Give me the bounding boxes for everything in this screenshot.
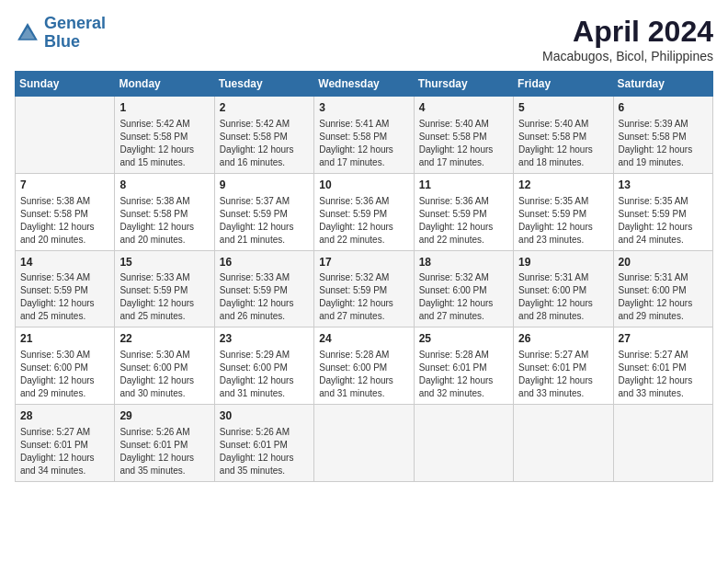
header-wednesday: Wednesday — [314, 72, 414, 97]
day-info: Sunrise: 5:40 AM Sunset: 5:58 PM Dayligh… — [518, 118, 608, 169]
logo-line1: General — [44, 14, 106, 32]
calendar-row-2: 7Sunrise: 5:38 AM Sunset: 5:58 PM Daylig… — [16, 173, 713, 250]
header-row: Sunday Monday Tuesday Wednesday Thursday… — [16, 72, 713, 97]
day-info: Sunrise: 5:27 AM Sunset: 6:01 PM Dayligh… — [619, 349, 708, 400]
calendar-cell: 20Sunrise: 5:31 AM Sunset: 6:00 PM Dayli… — [613, 250, 712, 327]
day-number: 5 — [518, 100, 608, 116]
day-info: Sunrise: 5:34 AM Sunset: 5:59 PM Dayligh… — [20, 271, 109, 323]
day-number: 1 — [119, 100, 209, 116]
calendar-cell — [613, 405, 712, 482]
header-tuesday: Tuesday — [214, 72, 313, 97]
day-info: Sunrise: 5:28 AM Sunset: 6:01 PM Dayligh… — [419, 349, 508, 400]
day-info: Sunrise: 5:33 AM Sunset: 5:59 PM Dayligh… — [119, 271, 209, 323]
day-number: 23 — [220, 331, 309, 347]
day-info: Sunrise: 5:40 AM Sunset: 5:58 PM Dayligh… — [419, 118, 508, 169]
day-number: 3 — [319, 100, 408, 116]
calendar-row-3: 14Sunrise: 5:34 AM Sunset: 5:59 PM Dayli… — [16, 250, 713, 327]
calendar-cell: 29Sunrise: 5:26 AM Sunset: 6:01 PM Dayli… — [115, 405, 214, 482]
calendar-cell: 18Sunrise: 5:32 AM Sunset: 6:00 PM Dayli… — [414, 250, 513, 327]
day-info: Sunrise: 5:33 AM Sunset: 5:59 PM Dayligh… — [220, 271, 309, 323]
day-info: Sunrise: 5:31 AM Sunset: 6:00 PM Dayligh… — [518, 271, 608, 323]
day-number: 26 — [518, 331, 608, 347]
logo-icon — [15, 20, 40, 46]
calendar-cell: 2Sunrise: 5:42 AM Sunset: 5:58 PM Daylig… — [214, 97, 313, 174]
day-number: 21 — [20, 331, 109, 347]
calendar-cell — [514, 405, 613, 482]
header-thursday: Thursday — [414, 72, 513, 97]
calendar-cell: 4Sunrise: 5:40 AM Sunset: 5:58 PM Daylig… — [414, 97, 513, 174]
calendar-cell: 28Sunrise: 5:27 AM Sunset: 6:01 PM Dayli… — [16, 405, 115, 482]
day-number: 9 — [220, 178, 309, 193]
calendar-cell: 24Sunrise: 5:28 AM Sunset: 6:00 PM Dayli… — [314, 327, 414, 405]
calendar-cell: 26Sunrise: 5:27 AM Sunset: 6:01 PM Dayli… — [514, 327, 613, 405]
day-info: Sunrise: 5:30 AM Sunset: 6:00 PM Dayligh… — [119, 349, 209, 400]
day-number: 13 — [619, 178, 708, 193]
calendar-cell: 16Sunrise: 5:33 AM Sunset: 5:59 PM Dayli… — [214, 250, 313, 327]
day-number: 27 — [619, 331, 708, 347]
logo-line2: Blue — [44, 32, 80, 51]
calendar-row-5: 28Sunrise: 5:27 AM Sunset: 6:01 PM Dayli… — [16, 405, 713, 482]
day-number: 18 — [419, 255, 508, 270]
calendar-header: Sunday Monday Tuesday Wednesday Thursday… — [16, 72, 713, 97]
calendar-cell: 3Sunrise: 5:41 AM Sunset: 5:58 PM Daylig… — [314, 97, 414, 174]
day-info: Sunrise: 5:28 AM Sunset: 6:00 PM Dayligh… — [319, 349, 408, 400]
day-number: 7 — [20, 178, 109, 193]
day-info: Sunrise: 5:42 AM Sunset: 5:58 PM Dayligh… — [119, 118, 209, 169]
calendar-table: Sunday Monday Tuesday Wednesday Thursday… — [15, 71, 713, 482]
day-number: 15 — [119, 255, 209, 270]
day-number: 30 — [220, 408, 309, 424]
calendar-cell: 22Sunrise: 5:30 AM Sunset: 6:00 PM Dayli… — [115, 327, 214, 405]
calendar-cell: 27Sunrise: 5:27 AM Sunset: 6:01 PM Dayli… — [613, 327, 712, 405]
calendar-cell: 5Sunrise: 5:40 AM Sunset: 5:58 PM Daylig… — [514, 97, 613, 174]
day-number: 19 — [518, 255, 608, 270]
day-number: 17 — [319, 255, 408, 270]
day-info: Sunrise: 5:27 AM Sunset: 6:01 PM Dayligh… — [20, 426, 109, 477]
day-info: Sunrise: 5:30 AM Sunset: 6:00 PM Dayligh… — [20, 349, 109, 400]
calendar-cell: 12Sunrise: 5:35 AM Sunset: 5:59 PM Dayli… — [514, 173, 613, 250]
day-info: Sunrise: 5:38 AM Sunset: 5:58 PM Dayligh… — [119, 195, 209, 247]
day-number: 6 — [619, 100, 708, 116]
calendar-cell: 1Sunrise: 5:42 AM Sunset: 5:58 PM Daylig… — [115, 97, 214, 174]
day-info: Sunrise: 5:35 AM Sunset: 5:59 PM Dayligh… — [619, 195, 708, 247]
calendar-cell: 6Sunrise: 5:39 AM Sunset: 5:58 PM Daylig… — [613, 97, 712, 174]
header-saturday: Saturday — [613, 72, 712, 97]
day-info: Sunrise: 5:36 AM Sunset: 5:59 PM Dayligh… — [319, 195, 408, 247]
day-number: 8 — [119, 178, 209, 193]
calendar-row-1: 1Sunrise: 5:42 AM Sunset: 5:58 PM Daylig… — [16, 97, 713, 174]
calendar-cell: 23Sunrise: 5:29 AM Sunset: 6:00 PM Dayli… — [214, 327, 313, 405]
calendar-cell: 10Sunrise: 5:36 AM Sunset: 5:59 PM Dayli… — [314, 173, 414, 250]
day-info: Sunrise: 5:36 AM Sunset: 5:59 PM Dayligh… — [419, 195, 508, 247]
day-number: 11 — [419, 178, 508, 193]
calendar-body: 1Sunrise: 5:42 AM Sunset: 5:58 PM Daylig… — [16, 97, 713, 482]
day-info: Sunrise: 5:31 AM Sunset: 6:00 PM Dayligh… — [619, 271, 708, 323]
location-subtitle: Macabugos, Bicol, Philippines — [542, 49, 713, 63]
day-info: Sunrise: 5:41 AM Sunset: 5:58 PM Dayligh… — [319, 118, 408, 169]
day-number: 14 — [20, 255, 109, 270]
day-info: Sunrise: 5:39 AM Sunset: 5:58 PM Dayligh… — [619, 118, 708, 169]
page-header: General Blue April 2024 Macabugos, Bicol… — [15, 15, 713, 63]
calendar-cell: 21Sunrise: 5:30 AM Sunset: 6:00 PM Dayli… — [16, 327, 115, 405]
calendar-cell: 19Sunrise: 5:31 AM Sunset: 6:00 PM Dayli… — [514, 250, 613, 327]
calendar-cell: 14Sunrise: 5:34 AM Sunset: 5:59 PM Dayli… — [16, 250, 115, 327]
day-info: Sunrise: 5:26 AM Sunset: 6:01 PM Dayligh… — [220, 426, 309, 477]
day-info: Sunrise: 5:26 AM Sunset: 6:01 PM Dayligh… — [119, 426, 209, 477]
calendar-cell: 8Sunrise: 5:38 AM Sunset: 5:58 PM Daylig… — [115, 173, 214, 250]
calendar-cell: 11Sunrise: 5:36 AM Sunset: 5:59 PM Dayli… — [414, 173, 513, 250]
calendar-cell: 30Sunrise: 5:26 AM Sunset: 6:01 PM Dayli… — [214, 405, 313, 482]
calendar-cell: 13Sunrise: 5:35 AM Sunset: 5:59 PM Dayli… — [613, 173, 712, 250]
day-number: 28 — [20, 408, 109, 424]
day-number: 12 — [518, 178, 608, 193]
day-info: Sunrise: 5:35 AM Sunset: 5:59 PM Dayligh… — [518, 195, 608, 247]
calendar-cell — [314, 405, 414, 482]
calendar-cell: 9Sunrise: 5:37 AM Sunset: 5:59 PM Daylig… — [214, 173, 313, 250]
day-number: 2 — [220, 100, 309, 116]
calendar-cell: 17Sunrise: 5:32 AM Sunset: 5:59 PM Dayli… — [314, 250, 414, 327]
month-title: April 2024 — [542, 15, 713, 49]
calendar-cell: 15Sunrise: 5:33 AM Sunset: 5:59 PM Dayli… — [115, 250, 214, 327]
calendar-row-4: 21Sunrise: 5:30 AM Sunset: 6:00 PM Dayli… — [16, 327, 713, 405]
day-info: Sunrise: 5:42 AM Sunset: 5:58 PM Dayligh… — [220, 118, 309, 169]
title-block: April 2024 Macabugos, Bicol, Philippines — [542, 15, 713, 63]
day-number: 22 — [119, 331, 209, 347]
day-info: Sunrise: 5:37 AM Sunset: 5:59 PM Dayligh… — [220, 195, 309, 247]
calendar-cell: 7Sunrise: 5:38 AM Sunset: 5:58 PM Daylig… — [16, 173, 115, 250]
